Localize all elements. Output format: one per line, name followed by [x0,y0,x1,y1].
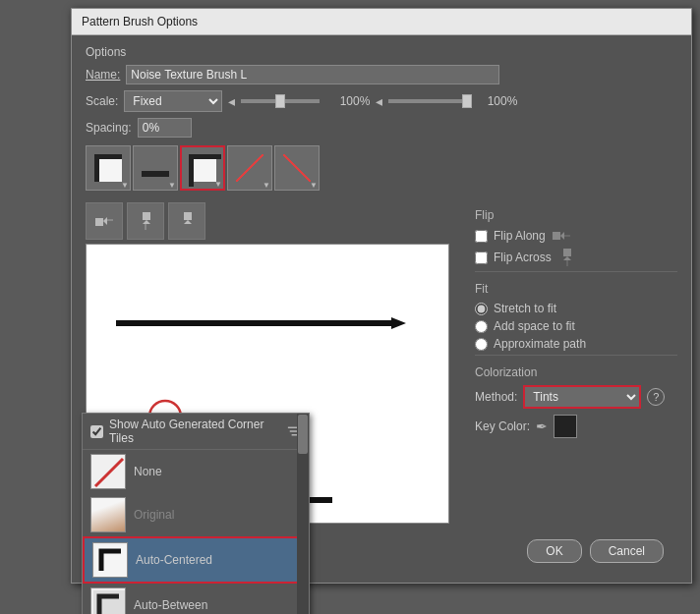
svg-marker-9 [391,317,406,329]
key-color-row: Key Color: ✒ [475,415,677,438]
scale-select[interactable]: Fixed [124,90,222,112]
tile-corner-selected-btn[interactable]: ▼ [180,145,225,191]
stretch-radio[interactable] [475,303,488,315]
svg-rect-5 [145,224,146,230]
flip-h-icon [93,210,115,232]
name-label: Name: [86,68,120,82]
show-auto-generated-checkbox[interactable] [90,425,103,438]
tile-dropdown-arrow4: ▼ [262,181,270,190]
colorization-section-title: Colorization [475,365,677,379]
scale-slider[interactable] [241,99,320,103]
dropdown-scrollbar[interactable] [297,414,309,614]
tile-section: ▼ ▼ ▼ ▼ [86,145,677,191]
dropdown-item-none[interactable]: None [83,450,309,493]
tile-bar-btn[interactable]: ▼ [133,145,178,191]
scale-arrow-icon: ◂ [228,93,235,109]
divider2 [475,355,677,356]
scale-row: Scale: Fixed ◂ 100% ◂ 100% [86,90,677,112]
tile-dropdown-arrow5: ▼ [310,181,318,190]
svg-rect-19 [564,235,570,237]
key-color-label: Key Color: [475,419,530,433]
dialog-title-bar: Pattern Brush Options [72,9,691,35]
stretch-row: Stretch to fit [475,302,677,315]
scale-value2: 100% [473,94,517,108]
svg-marker-7 [184,220,192,224]
tile-nav-btn1[interactable] [86,202,123,240]
svg-rect-17 [553,232,560,240]
tile-dropdown-arrow3: ▼ [214,180,222,189]
cancel-button[interactable]: Cancel [590,539,664,563]
tile-nav-row [86,202,461,240]
svg-rect-3 [143,212,150,220]
fit-section-title: Fit [475,282,677,296]
options-section-label: Options [86,45,677,59]
approx-path-row: Approximate path [475,337,677,351]
left-panel: Show Auto Generated Corner Tiles [86,198,461,524]
flip-along-checkbox[interactable] [475,230,488,243]
add-space-label: Add space to fit [494,319,575,333]
name-input[interactable] [126,65,499,84]
scale-label: Scale: [86,94,118,108]
svg-rect-0 [95,218,103,226]
flip-across-checkbox[interactable] [475,251,488,264]
tile-nav-btn3[interactable] [168,202,205,240]
svg-marker-18 [560,232,564,240]
dropdown-item-none-label: None [134,465,162,478]
dropdown-thumb-auto-centered [92,542,128,578]
add-space-radio[interactable] [475,320,488,333]
dropdown-item-auto-centered-label: Auto-Centered [136,553,212,567]
colorization-method-select[interactable]: Tints [523,385,641,409]
tile-dropdown-arrow2: ▼ [168,181,176,190]
dropdown-item-auto-between-label: Auto-Between [134,598,207,612]
dropdown-item-auto-centered[interactable]: Auto-Centered [83,536,309,584]
svg-marker-21 [563,256,571,260]
spacing-input[interactable] [138,118,192,138]
right-panel: Flip Flip Along Flip Across [461,198,677,524]
approx-path-radio[interactable] [475,338,488,351]
auto-between-thumb-icon [91,588,127,614]
spacing-label: Spacing: [86,121,132,135]
btn-group: OK Cancel [527,539,664,563]
flip-along-icon [552,228,571,244]
dropdown-thumb-auto-between [90,587,126,614]
tile-dropdown-arrow1: ▼ [121,181,129,190]
auto-centered-thumb-icon [93,543,129,579]
flip-along-label: Flip Along [494,229,546,243]
svg-rect-20 [563,249,571,256]
tile-nav-btn2[interactable] [127,202,164,240]
pattern-brush-dialog: Pattern Brush Options Options Name: Scal… [71,8,692,584]
dialog-title: Pattern Brush Options [82,15,198,28]
dropdown-item-auto-between[interactable]: Auto-Between [83,584,309,614]
flip-across-row: Flip Across [475,248,677,267]
svg-marker-4 [143,220,150,224]
key-color-swatch[interactable] [554,415,577,438]
flip-section-title: Flip [475,208,677,222]
none-thumb-icon [91,455,127,490]
corner-tiles-dropdown: Show Auto Generated Corner Tiles [82,413,310,614]
method-label: Method: [475,390,517,404]
hint-icon[interactable]: ? [647,388,665,406]
stretch-label: Stretch to fit [494,302,556,315]
dropdown-item-original[interactable]: Original [83,493,309,536]
spacing-row: Spacing: [86,118,677,138]
svg-rect-2 [107,219,113,221]
method-row: Method: Tints ? [475,385,677,409]
tile-corner-l-btn[interactable]: ▼ [86,145,131,191]
svg-rect-22 [566,260,568,266]
tile-diag1-btn[interactable]: ▼ [227,145,272,191]
scale-slider2[interactable] [388,99,467,103]
tile-diag2-btn[interactable]: ▼ [274,145,320,191]
flip-along-row: Flip Along [475,228,677,244]
dropdown-header-label: Show Auto Generated Corner Tiles [109,418,280,445]
dropdown-header: Show Auto Generated Corner Tiles [83,414,309,450]
main-content: Show Auto Generated Corner Tiles [86,198,677,524]
ok-button[interactable]: OK [527,539,581,563]
scale-value: 100% [325,94,370,108]
flip-v-icon [176,210,198,232]
add-space-row: Add space to fit [475,319,677,333]
dialog-body: Options Name: Scale: Fixed ◂ 100% ◂ [72,35,691,583]
svg-rect-6 [184,212,192,220]
scale-arrow2-icon: ◂ [376,93,382,109]
pipette-icon[interactable]: ✒ [536,419,548,434]
svg-line-14 [95,459,123,486]
